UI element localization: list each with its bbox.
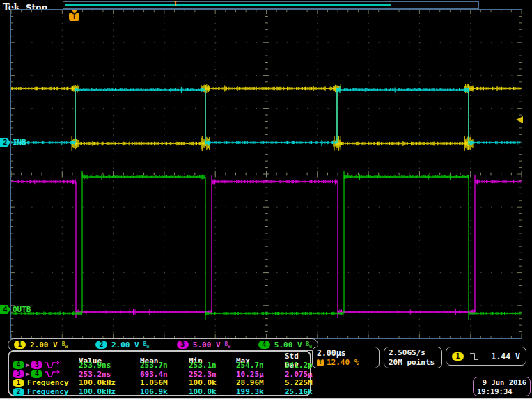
meas-mean: 1.056M — [140, 378, 189, 387]
graticule[interactable] — [10, 9, 522, 339]
trigger-readout-box[interactable]: 1 1.44 V — [446, 347, 526, 366]
channel4-badge: 4 — [31, 370, 42, 378]
datetime-box: 9 Jun 2016 19:19:34 — [473, 377, 531, 396]
bandwidth-limit-icon: BW — [306, 341, 312, 349]
meas-min: 100.0k — [189, 387, 236, 396]
meas-stddev: 2.075µ — [285, 370, 313, 379]
trigger-level: 1.44 V — [491, 352, 520, 361]
channel3-badge: 3 — [31, 361, 42, 369]
meas-value: 253.9ns — [79, 361, 140, 370]
meas-mean: 106.9k — [140, 387, 189, 396]
measurement-panel: Value Mean Min Max Std Dev 4 ▶ 3 253.9ns… — [8, 350, 311, 396]
time: 19:19:34 — [477, 387, 526, 396]
channel4-position-marker[interactable]: 4 — [0, 305, 10, 314]
meas-value: 100.0kHz — [79, 378, 140, 387]
meas-min: 253.1n — [189, 361, 236, 370]
channel1-scale: 2.00 V — [30, 341, 58, 350]
channel1-badge: 1 — [14, 341, 26, 349]
measurement-header-row: Value Mean Min Max Std Dev — [11, 352, 308, 361]
measurement-label: Frequency — [27, 378, 69, 387]
horizontal-scale: 2.00µs — [317, 348, 375, 358]
channel4-badge: 4 — [258, 341, 270, 349]
meas-max: 10.25µ — [236, 370, 285, 379]
record-window-line — [65, 4, 391, 6]
channel1-readout[interactable]: 1 2.00 V BW — [14, 341, 68, 350]
meas-max: 28.96M — [236, 378, 285, 387]
record-length: 20M points — [389, 358, 437, 368]
channel2-readout[interactable]: 2 2.00 V BW — [95, 341, 149, 350]
channel2-position-marker[interactable]: 2 — [0, 138, 10, 147]
waveform-display[interactable] — [11, 10, 522, 338]
sample-rate: 2.50GS/s — [389, 348, 437, 358]
trigger-source-badge: 1 — [452, 352, 464, 361]
channel4-signal-label: OUTB — [13, 305, 31, 314]
channel4-readout[interactable]: 4 5.00 V BW — [258, 341, 312, 350]
meas-min: 100.0k — [189, 378, 236, 387]
channel-scale-bar: 1 2.00 V BW 2 2.00 V BW 3 5.00 V BW 4 5.… — [8, 338, 318, 351]
channel2-signal-label: INB — [13, 138, 26, 147]
date: 9 Jun 2016 — [477, 378, 526, 387]
delay-edge-icon — [44, 370, 61, 378]
horizontal-position: 12.40 % — [327, 358, 359, 367]
trigger-t-icon: T — [317, 359, 324, 366]
channel3-badge: 3 — [177, 341, 189, 349]
channel4-scale: 5.00 V — [274, 341, 302, 350]
arrow-icon: ▶ — [26, 361, 29, 368]
channel3-scale: 5.00 V — [193, 341, 221, 350]
bandwidth-limit-icon: BW — [62, 341, 68, 349]
meas-max: 199.3k — [236, 387, 285, 396]
channel1-badge: 1 — [13, 379, 24, 387]
measurement-row-delay-3-4[interactable]: 3 ▶ 4 253.2ns 693.4n 252.3n 10.25µ 2.075… — [11, 370, 308, 379]
channel2-badge: 2 — [13, 388, 24, 396]
meas-value: 100.0kHz — [79, 387, 140, 396]
oscilloscope-screen: { "header": { "logo": "Tek", "status": "… — [0, 0, 532, 399]
measurement-row-delay-4-3[interactable]: 4 ▶ 3 253.9ns 253.7n 253.1n 254.7n 341.2… — [11, 361, 308, 370]
delay-edge-icon — [44, 361, 61, 369]
bandwidth-limit-icon: BW — [225, 341, 230, 349]
arrow-icon: ▶ — [26, 370, 29, 377]
bandwidth-limit-icon: BW — [143, 341, 149, 349]
channel2-scale: 2.00 V — [111, 341, 139, 350]
trigger-position-flag[interactable]: T — [69, 10, 80, 22]
meas-stddev: 25.16k — [285, 387, 313, 396]
trigger-level-arrow-icon[interactable] — [516, 116, 523, 123]
meas-min: 252.3n — [189, 370, 236, 379]
measurement-label: Frequency — [27, 387, 69, 396]
measurement-row-ch1-frequency[interactable]: 1 Frequency 100.0kHz 1.056M 100.0k 28.96… — [11, 378, 308, 387]
measurement-row-ch2-frequency[interactable]: 2 Frequency 100.0kHz 106.9k 100.0k 199.3… — [11, 387, 308, 396]
channel2-badge: 2 — [95, 341, 107, 349]
trigger-flag-t-icon: T — [69, 13, 79, 21]
meas-max: 254.7n — [236, 361, 285, 370]
meas-stddev: 5.225M — [285, 378, 313, 387]
acquisition-readout-box[interactable]: 2.50GS/s 20M points — [384, 347, 442, 368]
meas-mean: 253.7n — [140, 361, 189, 370]
meas-value: 253.2ns — [79, 370, 140, 379]
falling-edge-icon — [469, 352, 479, 361]
meas-stddev: 341.2p — [285, 361, 313, 370]
trigger-position-marker-icon[interactable]: T — [173, 1, 178, 8]
channel4-badge: 4 — [13, 361, 24, 369]
channel3-readout[interactable]: 3 5.00 V BW — [177, 341, 230, 350]
acquisition-preview-bar[interactable]: T — [63, 1, 479, 9]
channel3-badge: 3 — [13, 370, 24, 378]
meas-mean: 693.4n — [140, 370, 189, 379]
horizontal-readout-box[interactable]: 2.00µs T12.40 % — [312, 347, 380, 368]
